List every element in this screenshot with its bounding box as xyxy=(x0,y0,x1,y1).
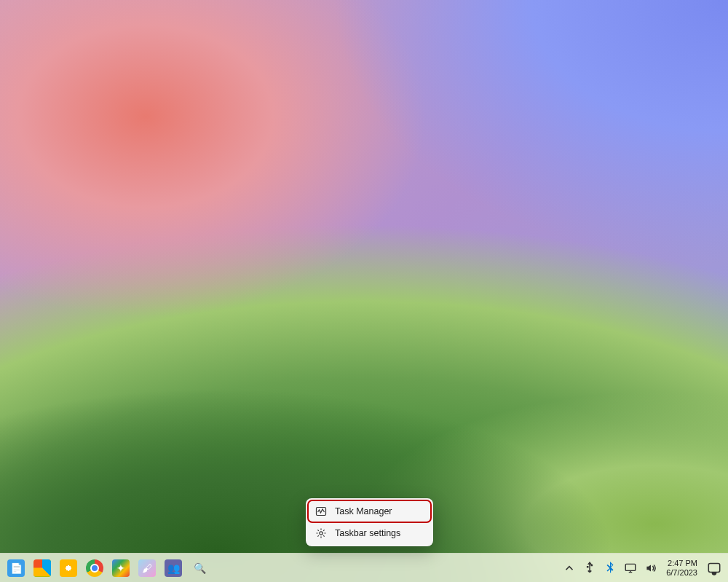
svg-rect-3 xyxy=(708,563,719,572)
taskbar-app-notepad[interactable]: 📄 xyxy=(4,557,28,580)
volume-icon[interactable] xyxy=(644,562,657,575)
svg-point-1 xyxy=(320,532,323,535)
taskbar[interactable]: 📄 ✦ 🖌 👥 🔍 xyxy=(0,553,728,582)
taskbar-context-menu: Task Manager Taskbar settings xyxy=(306,498,433,546)
taskbar-app-paint[interactable]: 🖌 xyxy=(135,557,159,580)
settings-icon xyxy=(315,527,327,539)
tray-overflow-chevron-icon[interactable] xyxy=(563,562,576,575)
task-manager-icon xyxy=(315,506,327,517)
taskbar-app-magnify[interactable]: 🔍 xyxy=(188,557,211,580)
clock-time: 2:47 PM xyxy=(666,559,697,568)
usb-icon[interactable] xyxy=(583,562,596,575)
svg-rect-2 xyxy=(625,564,636,570)
menu-item-task-manager[interactable]: Task Manager xyxy=(309,501,430,522)
taskbar-app-chrome[interactable] xyxy=(83,557,106,580)
notifications-icon[interactable] xyxy=(706,560,722,576)
taskbar-app-puzzle[interactable]: ✦ xyxy=(109,557,132,580)
taskbar-pinned-apps: 📄 ✦ 🖌 👥 🔍 xyxy=(0,557,211,580)
taskbar-clock[interactable]: 2:47 PM 6/7/2023 xyxy=(665,559,699,578)
display-icon[interactable] xyxy=(624,562,637,575)
desktop[interactable]: Task Manager Taskbar settings 📄 ✦ 🖌 👥 🔍 xyxy=(0,0,728,582)
system-tray: 2:47 PM 6/7/2023 xyxy=(563,559,728,578)
menu-item-label: Task Manager xyxy=(335,506,392,516)
menu-item-taskbar-settings[interactable]: Taskbar settings xyxy=(309,523,430,543)
bluetooth-icon[interactable] xyxy=(604,562,617,575)
menu-item-label: Taskbar settings xyxy=(335,528,400,538)
taskbar-app-chrome-canary[interactable] xyxy=(57,557,80,580)
clock-date: 6/7/2023 xyxy=(666,568,697,578)
taskbar-app-teams[interactable]: 👥 xyxy=(162,557,185,580)
taskbar-app-store[interactable] xyxy=(31,557,54,580)
